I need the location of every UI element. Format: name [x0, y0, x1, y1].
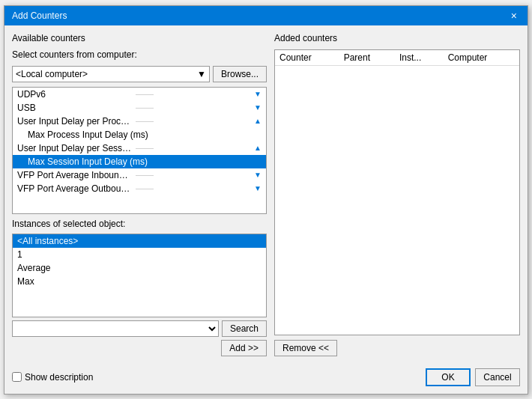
add-row: Add >> [12, 340, 267, 356]
search-row: Search [12, 320, 267, 337]
counter-item-label: User Input Delay per Process [17, 116, 133, 127]
added-counters-label: Added counters [274, 33, 520, 43]
computer-combobox[interactable]: <Local computer> ▼ [12, 66, 210, 82]
right-panel: Added counters CounterParentInst...Compu… [274, 33, 520, 356]
table-header-cell: Counter [275, 50, 339, 66]
cancel-button[interactable]: Cancel [475, 368, 520, 386]
counter-list-item[interactable]: VFP Port Average Inbound Network Traffic… [13, 168, 266, 182]
instances-list: <All instances>1AverageMax [13, 234, 266, 288]
counter-list-item[interactable]: Max Session Input Delay (ms) [13, 155, 266, 168]
title-bar: Add Counters × [4, 6, 528, 25]
remove-row: Remove << [274, 340, 520, 356]
counter-item-label: User Input Delay per Session [17, 143, 133, 153]
table-header-row: CounterParentInst...Computer [275, 50, 519, 66]
counter-list-item[interactable]: USB ——▼ [13, 101, 266, 115]
add-counters-dialog: Add Counters × Available counters Select… [4, 5, 528, 395]
instances-section: Instances of selected object: <All insta… [12, 219, 267, 356]
computer-value: <Local computer> [16, 69, 88, 79]
table-header-cell: Inst... [395, 50, 444, 66]
counter-list-item[interactable]: Max Process Input Delay (ms) [13, 128, 266, 141]
left-panel: Available counters Select counters from … [12, 33, 267, 356]
added-counters-panel: CounterParentInst...Computer [274, 49, 520, 335]
select-computer-label: Select counters from computer: [12, 49, 267, 60]
counter-item-label: VFP Port Average Outbound Network Traffi… [17, 183, 133, 194]
dialog-title: Add Counters [12, 10, 67, 21]
show-description-text: Show description [25, 372, 93, 383]
footer-buttons: OK Cancel [426, 368, 520, 386]
counter-list-container[interactable]: UDPv6 ——▼USB ——▼User Input Delay per Pro… [12, 87, 267, 214]
browse-button[interactable]: Browse... [213, 66, 267, 82]
dropdown-arrow-icon: ▼ [197, 69, 206, 79]
remove-button[interactable]: Remove << [274, 340, 337, 356]
dialog-footer: Show description OK Cancel [4, 364, 528, 394]
added-counters-table: CounterParentInst...Computer [275, 50, 519, 66]
counter-item-label: Max Process Input Delay (ms) [28, 130, 262, 140]
collapse-icon[interactable]: ▲ [254, 144, 262, 152]
collapse-icon[interactable]: ▲ [254, 117, 262, 125]
show-description-label[interactable]: Show description [12, 372, 93, 383]
counter-list-item[interactable]: User Input Delay per Process ——▲ [13, 115, 266, 128]
expand-icon[interactable]: ▼ [254, 103, 262, 112]
computer-select-row: <Local computer> ▼ Browse... [12, 66, 267, 82]
counter-item-label: UDPv6 [17, 89, 133, 100]
ok-button[interactable]: OK [426, 368, 471, 386]
search-button[interactable]: Search [222, 320, 267, 337]
instances-label: Instances of selected object: [12, 219, 267, 229]
instance-list-item[interactable]: <All instances> [13, 234, 266, 248]
counter-list-item[interactable]: VFP Port Average Outbound Network Traffi… [13, 182, 266, 195]
counter-item-label: USB [17, 103, 133, 113]
instance-list-item[interactable]: 1 [13, 248, 266, 261]
instances-list-container[interactable]: <All instances>1AverageMax [12, 234, 267, 317]
table-header-cell: Parent [339, 50, 395, 66]
dialog-body: Available counters Select counters from … [4, 25, 528, 364]
counter-list-item[interactable]: UDPv6 ——▼ [13, 88, 266, 101]
expand-icon[interactable]: ▼ [254, 171, 262, 179]
show-description-checkbox[interactable] [12, 372, 22, 382]
search-input[interactable] [12, 320, 219, 337]
close-button[interactable]: × [508, 10, 520, 21]
instance-list-item[interactable]: Average [13, 261, 266, 275]
instance-list-item[interactable]: Max [13, 275, 266, 288]
counter-list: UDPv6 ——▼USB ——▼User Input Delay per Pro… [13, 88, 266, 195]
add-button[interactable]: Add >> [221, 340, 267, 356]
expand-icon[interactable]: ▼ [254, 184, 262, 192]
table-header-cell: Computer [444, 50, 519, 66]
counter-item-label: Max Session Input Delay (ms) [28, 156, 262, 167]
counter-list-item[interactable]: User Input Delay per Session ——▲ [13, 141, 266, 155]
available-counters-label: Available counters [12, 33, 267, 43]
counter-item-label: VFP Port Average Inbound Network Traffic [17, 170, 133, 180]
expand-icon[interactable]: ▼ [254, 90, 262, 98]
